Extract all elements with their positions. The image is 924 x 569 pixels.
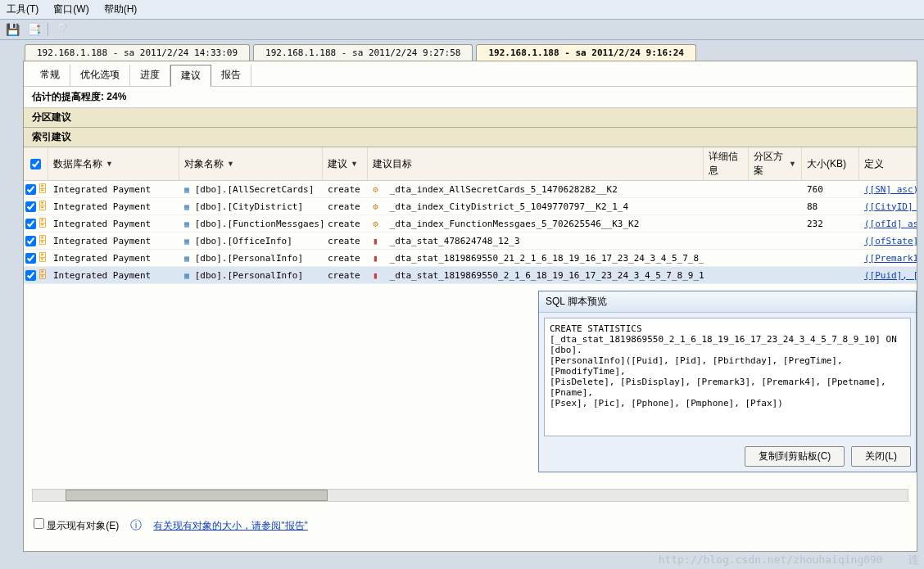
cell-size <box>802 238 859 243</box>
cell-suggest: create <box>323 216 368 232</box>
menu-window[interactable]: 窗口(W) <box>53 2 88 16</box>
col-target[interactable]: 建议目标 <box>368 147 704 180</box>
footer-row: 显示现有对象(E) ⓘ 有关现有对象的大小，请参阅"报告" <box>34 518 308 533</box>
table-icon: ▦ <box>184 271 189 280</box>
menu-tools[interactable]: 工具(T) <box>7 2 38 16</box>
definition-link[interactable]: ([SN] asc) <box>864 184 917 195</box>
cell-detail <box>704 187 749 192</box>
row-checkbox[interactable] <box>25 201 36 212</box>
grid-header: 数据库名称▼ 对象名称▼ 建议▼ 建议目标 详细信息 分区方案▼ 大小(KB) … <box>24 147 917 181</box>
watermark: http://blog.csdn.net/zhouhaiqing090 连 <box>659 553 919 567</box>
document-tabs: 192.168.1.188 - sa 2011/2/24 14:33:09 19… <box>0 40 924 61</box>
cell-obj: ▦ [dbo].[PersonalInfo] <box>179 268 323 283</box>
cell-size <box>802 273 859 278</box>
cell-partition <box>749 187 802 192</box>
table-row[interactable]: 🗄Integrated Payment▦ [dbo].[CityDistrict… <box>24 198 917 215</box>
cell-detail <box>704 204 749 209</box>
table-row[interactable]: 🗄Integrated Payment▦ [dbo].[OfficeInfo]c… <box>24 233 917 250</box>
row-checkbox[interactable] <box>25 236 36 246</box>
definition-link[interactable]: ([Puid], [Pid], [Pb <box>864 270 917 281</box>
cell-db: Integrated Payment <box>48 251 179 266</box>
info-icon: ⓘ <box>130 518 142 533</box>
tab-progress[interactable]: 进度 <box>130 65 170 86</box>
table-icon: ▦ <box>184 219 189 228</box>
sql-preview-body: CREATE STATISTICS [_dta_stat_1819869550_… <box>544 318 911 436</box>
cell-db: Integrated Payment <box>48 182 179 197</box>
col-def[interactable]: 定义 <box>859 147 917 180</box>
recommendation-grid: 数据库名称▼ 对象名称▼ 建议▼ 建议目标 详细信息 分区方案▼ 大小(KB) … <box>24 147 917 284</box>
show-existing-checkbox[interactable] <box>34 518 44 529</box>
col-partition[interactable]: 分区方案▼ <box>749 147 802 180</box>
cell-db: Integrated Payment <box>48 268 179 283</box>
tab-optimize[interactable]: 优化选项 <box>70 65 130 86</box>
cell-target: ⚙ _dta_index_CityDistrict_5_1049770797__… <box>368 199 704 215</box>
tab-report[interactable]: 报告 <box>211 65 251 86</box>
sql-preview-panel: SQL 脚本预览 CREATE STATISTICS [_dta_stat_18… <box>538 291 917 472</box>
table-row[interactable]: 🗄Integrated Payment▦ [dbo].[PersonalInfo… <box>24 250 917 267</box>
horizontal-scrollbar[interactable] <box>32 489 908 502</box>
database-icon: 🗄 <box>38 201 48 212</box>
definition-link[interactable]: ([Premark1], [Puid] <box>864 253 917 264</box>
cell-detail <box>704 255 749 260</box>
definition-link[interactable]: ([CityID] asc) incl <box>864 201 917 212</box>
index-icon: ⚙ <box>373 201 384 212</box>
cell-db: Integrated Payment <box>48 216 179 232</box>
row-checkbox[interactable] <box>25 184 36 195</box>
table-icon: ▦ <box>184 237 189 246</box>
col-db[interactable]: 数据库名称▼ <box>48 147 179 180</box>
cell-def: ([Premark1], [Puid] <box>859 251 917 266</box>
cell-detail <box>704 238 749 243</box>
table-row[interactable]: 🗄Integrated Payment▦ [dbo].[FunctionMess… <box>24 215 917 233</box>
table-icon: ▦ <box>184 254 189 263</box>
stats-icon: ▮ <box>373 270 384 281</box>
cell-size: 88 <box>802 199 859 215</box>
copy-clipboard-button[interactable]: 复制到剪贴板(C) <box>745 446 845 467</box>
section-index: 索引建议 <box>24 128 917 147</box>
stats-icon: ▮ <box>373 253 384 264</box>
cell-def: ([ofState], [ofLogi <box>859 233 917 249</box>
menu-help[interactable]: 帮助(H) <box>104 2 138 16</box>
cell-target: ▮ _dta_stat_1819869550_2_1_6_18_19_16_17… <box>368 268 704 283</box>
cell-db: Integrated Payment <box>48 199 179 215</box>
select-all-checkbox[interactable] <box>30 159 41 169</box>
doc-tab-2[interactable]: 192.168.1.188 - sa 2011/2/24 9:16:24 <box>476 44 695 61</box>
cell-obj: ▦ [dbo].[AllSecretCards] <box>179 182 323 197</box>
export-icon[interactable]: 📑 <box>26 22 41 37</box>
save-icon[interactable]: 💾 <box>5 22 20 37</box>
table-row[interactable]: 🗄Integrated Payment▦ [dbo].[AllSecretCar… <box>24 181 917 198</box>
row-checkbox[interactable] <box>25 253 36 264</box>
database-icon: 🗄 <box>38 183 48 195</box>
report-size-link[interactable]: 有关现有对象的大小，请参阅"报告" <box>153 519 308 533</box>
close-button[interactable]: 关闭(L) <box>851 446 911 467</box>
doc-tab-0[interactable]: 192.168.1.188 - sa 2011/2/24 14:33:09 <box>25 44 250 61</box>
col-detail[interactable]: 详细信息 <box>704 147 749 180</box>
table-row[interactable]: 🗄Integrated Payment▦ [dbo].[PersonalInfo… <box>24 267 917 284</box>
cell-def: ([ofId] asc, [FUMID <box>859 216 917 232</box>
database-icon: 🗄 <box>38 269 48 281</box>
scrollbar-thumb[interactable] <box>66 490 328 501</box>
row-checkbox[interactable] <box>25 270 36 281</box>
cell-db: Integrated Payment <box>48 233 179 249</box>
tab-suggest[interactable]: 建议 <box>170 65 211 87</box>
doc-tab-1[interactable]: 192.168.1.188 - sa 2011/2/24 9:27:58 <box>253 44 473 61</box>
cell-partition <box>749 238 802 243</box>
cell-def: ([CityID] asc) incl <box>859 199 917 215</box>
show-existing-checkbox-label[interactable]: 显示现有对象(E) <box>34 518 119 533</box>
cell-partition <box>749 273 802 278</box>
col-obj[interactable]: 对象名称▼ <box>179 147 323 180</box>
estimate-label: 估计的提高程度: <box>32 91 104 102</box>
cell-partition <box>749 255 802 260</box>
cell-detail <box>704 273 749 278</box>
estimate-value: 24% <box>106 91 126 102</box>
definition-link[interactable]: ([ofId] asc, [FUMID <box>864 219 917 229</box>
cell-obj: ▦ [dbo].[PersonalInfo] <box>179 251 323 266</box>
definition-link[interactable]: ([ofState], [ofLogi <box>864 236 917 246</box>
tab-general[interactable]: 常规 <box>30 65 70 86</box>
cell-obj: ▦ [dbo].[OfficeInfo] <box>179 233 323 249</box>
row-checkbox[interactable] <box>25 219 36 229</box>
cell-detail <box>704 221 749 226</box>
col-size[interactable]: 大小(KB) <box>802 147 859 180</box>
col-suggest[interactable]: 建议▼ <box>323 147 368 180</box>
menubar: 工具(T) 窗口(W) 帮助(H) <box>0 0 924 20</box>
help-icon[interactable]: ❔ <box>55 22 70 37</box>
